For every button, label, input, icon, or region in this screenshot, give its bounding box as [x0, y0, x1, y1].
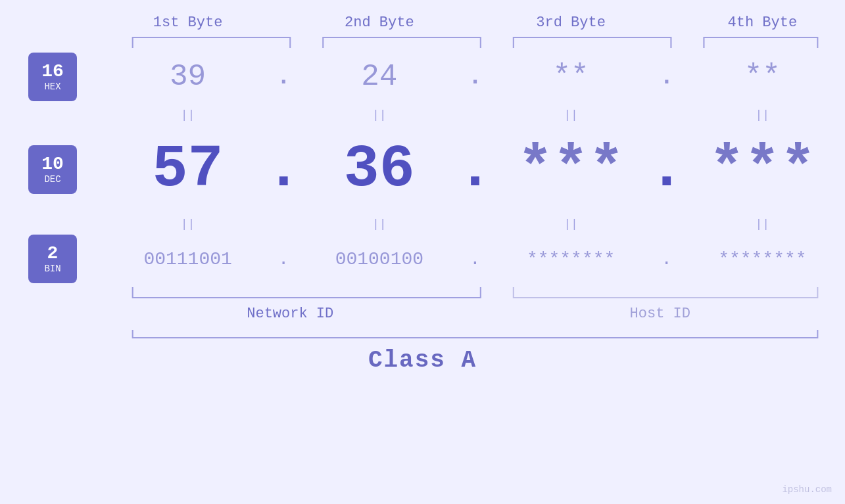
byte2-header: 2nd Byte	[297, 14, 462, 31]
watermark: ipshu.com	[782, 484, 832, 495]
hex-byte4: **	[680, 60, 845, 94]
bin-row: 2 BIN 00111001 . 00100100 . ******** .	[0, 236, 845, 282]
full-bracket-row	[0, 327, 845, 340]
dec-byte3: ***	[489, 136, 654, 203]
hex-badge: 16 HEX	[28, 53, 77, 101]
byte1-header: 1st Byte	[105, 14, 270, 31]
dec-dot3: .	[654, 136, 680, 203]
byte-headers-row: 1st Byte 2nd Byte 3rd Byte 4th Byte	[0, 14, 845, 31]
bin-dot3: .	[654, 249, 680, 269]
hex-byte2: 24	[297, 60, 462, 94]
bin-dot2: .	[462, 249, 489, 269]
bin-byte3: ********	[489, 249, 654, 269]
dec-row: 10 DEC 57 . 36 . *** . ***	[0, 127, 845, 212]
pipe-row-2: || || || ||	[0, 212, 845, 236]
full-bracket-svg	[105, 327, 845, 340]
bin-byte4: ********	[680, 249, 845, 269]
byte3-header: 3rd Byte	[489, 14, 654, 31]
hex-dot3: .	[654, 64, 680, 91]
bottom-bracket-svg	[105, 285, 845, 303]
bin-byte2: 00100100	[297, 249, 462, 269]
dec-byte2: 36	[297, 136, 462, 203]
dec-dot1: .	[270, 136, 297, 203]
top-bracket-svg	[105, 35, 845, 51]
pipe-row-1: || || || ||	[0, 103, 845, 127]
dec-byte1: 57	[105, 136, 270, 203]
class-label-row: Class A	[0, 347, 845, 374]
dec-byte4: ***	[680, 136, 845, 203]
host-id-label: Host ID	[475, 306, 846, 322]
hex-dot2: .	[462, 64, 489, 91]
hex-dot1: .	[270, 64, 297, 91]
hex-byte1: 39	[105, 60, 270, 94]
bin-badge: 2 BIN	[28, 235, 77, 283]
dec-dot2: .	[462, 136, 489, 203]
top-bracket-row	[0, 35, 845, 51]
bin-dot1: .	[270, 249, 297, 269]
dec-badge: 10 DEC	[28, 145, 77, 194]
network-id-label: Network ID	[105, 306, 475, 322]
hex-row: 16 HEX 39 . 24 . ** . **	[0, 51, 845, 103]
segment-labels-row: Network ID Host ID	[0, 306, 845, 322]
bin-byte1: 00111001	[105, 249, 270, 269]
byte4-header: 4th Byte	[680, 14, 845, 31]
hex-byte3: **	[489, 60, 654, 94]
main-container: 1st Byte 2nd Byte 3rd Byte 4th Byte	[0, 0, 845, 504]
bottom-bracket-row	[0, 285, 845, 303]
